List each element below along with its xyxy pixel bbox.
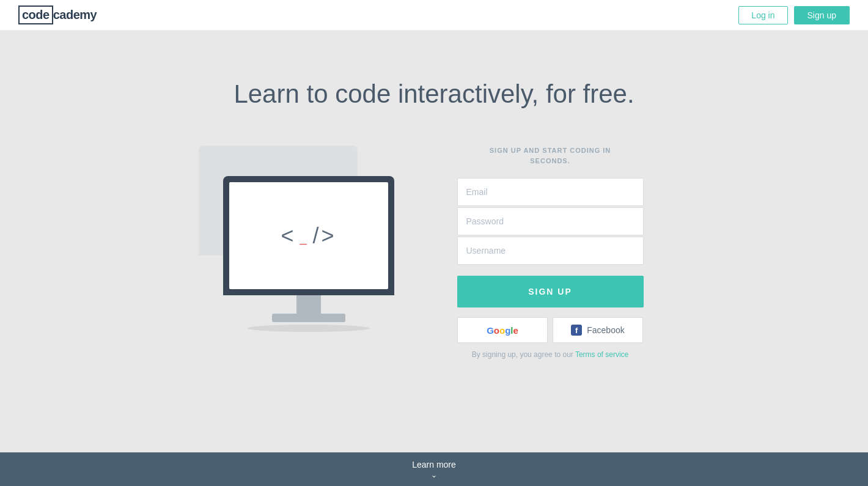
signup-heading: SIGN UP AND START CODING INSECONDS. — [490, 145, 611, 166]
footer-strip: Learn more ⌄ — [0, 452, 868, 486]
signup-button[interactable]: SIGN UP — [457, 276, 644, 307]
hero-content: < _ /> SIGN UP AND START CODING INSECOND… — [98, 145, 770, 359]
facebook-icon: f — [571, 325, 582, 336]
code-underscore: _ — [300, 231, 309, 245]
password-input[interactable] — [457, 207, 644, 235]
signup-panel: SIGN UP AND START CODING INSECONDS. SIGN… — [455, 145, 645, 359]
learn-more-text: Learn more — [412, 460, 456, 469]
tos-text: By signing up, you agree to our Terms of… — [472, 350, 629, 359]
monitor-screen: < _ /> — [229, 182, 388, 289]
tos-prefix: By signing up, you agree to our — [472, 350, 575, 359]
monitor-base — [272, 314, 345, 322]
monitor-code: < _ /> — [281, 223, 336, 249]
nav-buttons: Log in Sign up — [738, 6, 850, 24]
email-input[interactable] — [457, 178, 644, 206]
hero-title: Learn to code interactively, for free. — [234, 79, 634, 109]
tos-link[interactable]: Terms of service — [575, 350, 628, 359]
monitor-illustration: < _ /> — [223, 164, 394, 332]
logo-code-part: code — [18, 6, 53, 24]
google-icon: Google — [487, 325, 518, 336]
navbar: codecademy Log in Sign up — [0, 0, 868, 31]
facebook-label: Facebook — [587, 325, 624, 335]
facebook-button[interactable]: f Facebook — [553, 317, 643, 343]
signup-nav-button[interactable]: Sign up — [794, 6, 850, 24]
login-button[interactable]: Log in — [738, 6, 787, 24]
monitor-shadow — [248, 325, 370, 332]
username-input[interactable] — [457, 237, 644, 265]
google-button[interactable]: Google Google — [457, 317, 548, 343]
code-bracket-right: /> — [313, 223, 337, 249]
social-buttons: Google Google f Facebook — [457, 317, 643, 343]
monitor-wrap: < _ /> — [223, 176, 394, 332]
monitor-body: < _ /> — [223, 176, 394, 295]
logo[interactable]: codecademy — [18, 6, 97, 24]
monitor-neck — [296, 295, 321, 314]
code-bracket-left: < — [281, 223, 296, 249]
hero-section: Learn to code interactively, for free. <… — [0, 31, 868, 458]
logo-cademy-part: cademy — [53, 8, 97, 22]
chevron-down-icon: ⌄ — [431, 471, 437, 479]
